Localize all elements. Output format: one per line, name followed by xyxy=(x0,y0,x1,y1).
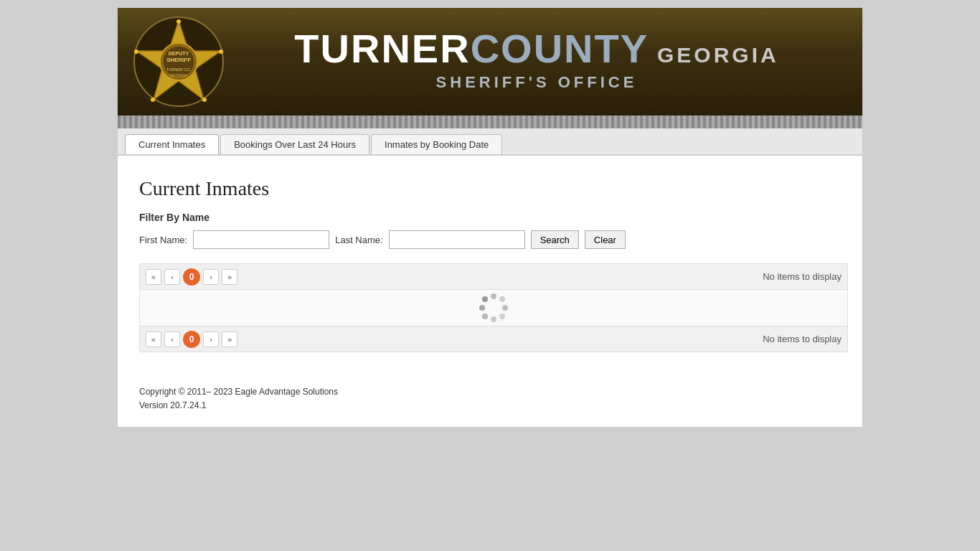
svg-point-19 xyxy=(479,305,485,311)
turner-text: TURNER xyxy=(294,26,470,71)
svg-point-8 xyxy=(176,19,181,24)
bottom-pager-controls: « ‹ 0 › » xyxy=(146,331,237,348)
no-items-bottom: No items to display xyxy=(763,334,842,344)
pager-first-bottom[interactable]: « xyxy=(146,331,161,347)
last-name-label: Last Name: xyxy=(335,235,382,245)
header: DEPUTY SHERIFF TURNER CO. GEORGIA TURNER… xyxy=(118,8,862,116)
svg-point-18 xyxy=(482,314,488,319)
filter-label: Filter By Name xyxy=(139,212,848,223)
svg-point-9 xyxy=(219,50,223,54)
georgia-text: GEORGIA xyxy=(657,43,779,67)
first-name-label: First Name: xyxy=(139,235,187,245)
pager-prev-top[interactable]: ‹ xyxy=(164,269,180,285)
header-logo: DEPUTY SHERIFF TURNER CO. GEORGIA xyxy=(132,15,225,108)
filter-row: First Name: Last Name: Search Clear xyxy=(139,230,848,249)
loading-spinner xyxy=(477,291,510,324)
page-title: Current Inmates xyxy=(139,177,848,200)
clear-button[interactable]: Clear xyxy=(585,230,626,249)
grid-container: « ‹ 0 › » No items to display xyxy=(139,263,848,352)
app-container: DEPUTY SHERIFF TURNER CO. GEORGIA TURNER… xyxy=(117,7,863,428)
county-text: COUNTY xyxy=(471,26,649,71)
svg-text:GEORGIA: GEORGIA xyxy=(170,73,187,77)
badge-icon: DEPUTY SHERIFF TURNER CO. GEORGIA xyxy=(132,15,225,108)
svg-point-14 xyxy=(499,296,505,302)
svg-point-13 xyxy=(491,293,496,299)
svg-point-17 xyxy=(491,316,496,322)
sheriffs-office-text: SHERIFF'S OFFICE xyxy=(225,73,848,92)
header-stripe xyxy=(118,116,862,128)
svg-point-10 xyxy=(202,98,207,102)
bottom-pagination: « ‹ 0 › » No items to display xyxy=(140,326,847,352)
search-button[interactable]: Search xyxy=(531,230,579,249)
main-content: Current Inmates Filter By Name First Nam… xyxy=(118,156,862,371)
pager-last-bottom[interactable]: » xyxy=(222,331,237,347)
no-items-top: No items to display xyxy=(763,271,842,282)
svg-point-16 xyxy=(499,314,505,319)
version-text: Version 20.7.24.1 xyxy=(139,399,841,413)
svg-point-11 xyxy=(151,98,155,102)
tab-inmates-by-date[interactable]: Inmates by Booking Date xyxy=(371,134,502,154)
pager-last-top[interactable]: » xyxy=(222,269,237,285)
tab-current-inmates[interactable]: Current Inmates xyxy=(125,134,219,154)
tabs-bar: Current Inmates Bookings Over Last 24 Ho… xyxy=(118,128,862,156)
pager-first-top[interactable]: « xyxy=(146,269,161,285)
tab-bookings-24h[interactable]: Bookings Over Last 24 Hours xyxy=(220,134,369,154)
grid-body xyxy=(140,290,847,326)
svg-point-20 xyxy=(482,296,488,302)
top-pager-controls: « ‹ 0 › » xyxy=(146,268,237,286)
svg-text:SHERIFF: SHERIFF xyxy=(166,57,191,63)
svg-point-15 xyxy=(502,305,508,311)
svg-text:DEPUTY: DEPUTY xyxy=(169,51,189,56)
svg-point-12 xyxy=(134,50,138,54)
top-pagination: « ‹ 0 › » No items to display xyxy=(140,264,847,290)
page-count-bottom: 0 xyxy=(183,331,200,348)
pager-next-top[interactable]: › xyxy=(203,269,219,285)
svg-text:TURNER CO.: TURNER CO. xyxy=(166,67,192,72)
last-name-input[interactable] xyxy=(389,230,525,249)
title-line1: TURNERCOUNTY GEORGIA xyxy=(225,25,848,72)
footer: Copyright © 2011– 2023 Eagle Advantage S… xyxy=(118,371,862,427)
first-name-input[interactable] xyxy=(193,230,329,249)
page-count-top: 0 xyxy=(183,268,200,286)
pager-next-bottom[interactable]: › xyxy=(203,331,219,347)
copyright-text: Copyright © 2011– 2023 Eagle Advantage S… xyxy=(139,385,841,399)
header-title: TURNERCOUNTY GEORGIA SHERIFF'S OFFICE xyxy=(225,25,848,99)
pager-prev-bottom[interactable]: ‹ xyxy=(164,331,180,347)
